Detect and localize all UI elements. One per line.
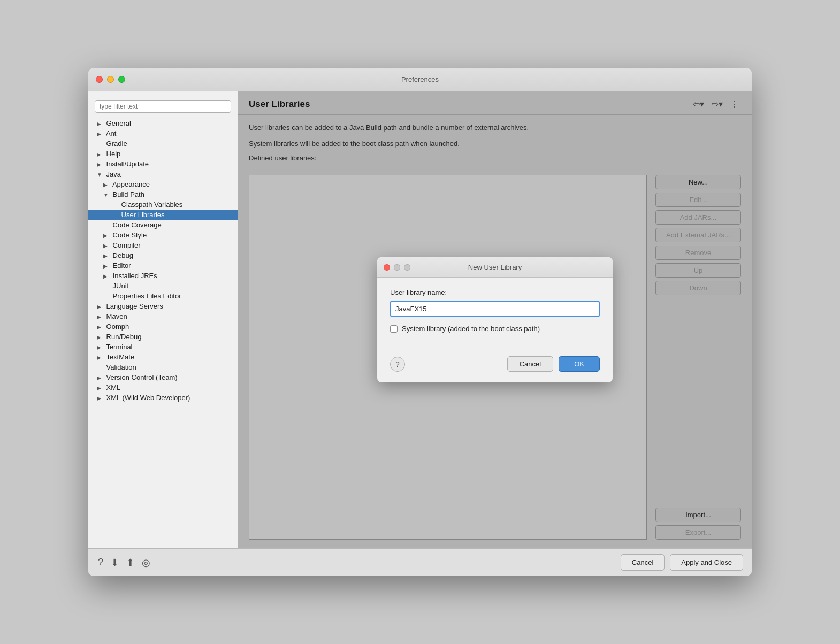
sidebar-item-properties-files-editor[interactable]: Properties Files Editor <box>88 291 238 301</box>
preferences-window: Preferences ▶ General ▶ Ant Gradle <box>88 68 752 576</box>
titlebar: Preferences <box>88 68 752 91</box>
sidebar-item-textmate[interactable]: ▶ TextMate <box>88 352 238 362</box>
arrow-icon: ▶ <box>97 344 104 350</box>
sidebar-item-editor[interactable]: ▶ Editor <box>88 260 238 271</box>
sidebar-item-validation[interactable]: Validation <box>88 362 238 372</box>
tree-container: ▶ General ▶ Ant Gradle ▶ Help ▶ Install/… <box>88 118 238 543</box>
sidebar-item-version-control[interactable]: ▶ Version Control (Team) <box>88 372 238 382</box>
arrow-icon: ▶ <box>97 385 104 391</box>
search-box <box>95 100 231 113</box>
titlebar-buttons <box>96 76 125 83</box>
arrow-icon: ▶ <box>97 395 104 401</box>
arrow-icon <box>97 365 104 371</box>
arrow-icon: ▶ <box>97 375 104 381</box>
arrow-icon: ▼ <box>97 172 104 178</box>
modal-title: New User Library <box>468 263 522 271</box>
sidebar-item-debug[interactable]: ▶ Debug <box>88 250 238 260</box>
maximize-button[interactable] <box>118 76 125 83</box>
sidebar-item-language-servers[interactable]: ▶ Language Servers <box>88 301 238 311</box>
modal-titlebar-buttons <box>384 264 410 271</box>
footer-right: Cancel Apply and Close <box>621 554 743 571</box>
window-body: ▶ General ▶ Ant Gradle ▶ Help ▶ Install/… <box>88 91 752 576</box>
import-preferences-button[interactable]: ⬇ <box>110 556 120 570</box>
minimize-button[interactable] <box>107 76 114 83</box>
import-icon: ⬇ <box>111 557 119 568</box>
arrow-icon <box>103 294 111 300</box>
modal-minimize-button[interactable] <box>394 264 400 271</box>
arrow-icon: ▶ <box>103 253 111 259</box>
export-icon: ⬆ <box>126 557 134 568</box>
help-button[interactable]: ? <box>97 556 104 569</box>
modal-maximize-button[interactable] <box>404 264 410 271</box>
sidebar-item-xml-wild[interactable]: ▶ XML (Wild Web Developer) <box>88 393 238 403</box>
preferences-settings-button[interactable]: ◎ <box>141 556 151 570</box>
modal-body: User library name: System library (added… <box>377 278 613 356</box>
apply-and-close-button[interactable]: Apply and Close <box>670 554 743 571</box>
sidebar-item-install-update[interactable]: ▶ Install/Update <box>88 159 238 169</box>
sidebar-item-compiler[interactable]: ▶ Compiler <box>88 240 238 250</box>
modal-actions: Cancel OK <box>507 356 600 372</box>
main-content: ▶ General ▶ Ant Gradle ▶ Help ▶ Install/… <box>88 91 752 548</box>
help-icon: ? <box>395 360 400 369</box>
arrow-icon: ▶ <box>97 121 104 127</box>
sidebar-item-xml[interactable]: ▶ XML <box>88 382 238 393</box>
sidebar-item-user-libraries[interactable]: User Libraries <box>88 210 238 220</box>
system-library-checkbox[interactable] <box>390 325 398 333</box>
arrow-icon <box>103 283 111 289</box>
sidebar-item-maven[interactable]: ▶ Maven <box>88 311 238 321</box>
new-user-library-dialog: New User Library User library name: Syst… <box>377 257 613 382</box>
footer-left: ? ⬇ ⬆ ◎ <box>97 556 151 570</box>
window-title: Preferences <box>401 75 439 83</box>
cancel-button[interactable]: Cancel <box>621 554 665 571</box>
system-library-row: System library (added to the boot class … <box>390 325 600 333</box>
modal-cancel-button[interactable]: Cancel <box>507 356 553 372</box>
sidebar-item-terminal[interactable]: ▶ Terminal <box>88 342 238 352</box>
modal-help-button[interactable]: ? <box>390 357 405 372</box>
arrow-icon <box>112 202 119 208</box>
sidebar-item-code-style[interactable]: ▶ Code Style <box>88 230 238 240</box>
arrow-icon <box>97 141 104 147</box>
sidebar-item-help[interactable]: ▶ Help <box>88 149 238 159</box>
arrow-icon: ▶ <box>103 233 111 239</box>
modal-ok-button[interactable]: OK <box>559 356 600 372</box>
arrow-icon: ▶ <box>103 273 111 279</box>
sidebar-item-appearance[interactable]: ▶ Appearance <box>88 179 238 189</box>
modal-titlebar: New User Library <box>377 257 613 278</box>
modal-close-button[interactable] <box>384 264 390 271</box>
arrow-icon: ▶ <box>97 314 104 320</box>
right-panel: User Libraries ⇦▾ ⇨▾ ⋮ User libraries ca… <box>238 91 752 548</box>
modal-footer: ? Cancel OK <box>377 356 613 382</box>
arrow-icon: ▶ <box>97 131 104 137</box>
arrow-icon <box>112 212 119 218</box>
modal-overlay: New User Library User library name: Syst… <box>238 91 752 548</box>
sidebar-item-code-coverage[interactable]: Code Coverage <box>88 220 238 230</box>
arrow-icon: ▶ <box>103 243 111 249</box>
arrow-icon <box>103 223 111 228</box>
sidebar-item-classpath-variables[interactable]: Classpath Variables <box>88 200 238 210</box>
search-input[interactable] <box>95 100 231 113</box>
library-name-input[interactable] <box>390 301 600 317</box>
sidebar-item-installed-jres[interactable]: ▶ Installed JREs <box>88 271 238 281</box>
sidebar-item-general[interactable]: ▶ General <box>88 118 238 128</box>
arrow-icon: ▼ <box>103 192 111 198</box>
window-footer: ? ⬇ ⬆ ◎ Cancel Apply and Close <box>88 548 752 576</box>
arrow-icon: ▶ <box>103 182 111 188</box>
system-library-label: System library (added to the boot class … <box>402 325 540 333</box>
close-button[interactable] <box>96 76 103 83</box>
sidebar: ▶ General ▶ Ant Gradle ▶ Help ▶ Install/… <box>88 91 238 548</box>
arrow-icon: ▶ <box>97 162 104 167</box>
sidebar-item-build-path[interactable]: ▼ Build Path <box>88 189 238 200</box>
arrow-icon: ▶ <box>97 334 104 340</box>
sidebar-item-ant[interactable]: ▶ Ant <box>88 128 238 139</box>
export-preferences-button[interactable]: ⬆ <box>125 556 135 570</box>
settings-icon: ◎ <box>142 557 150 568</box>
sidebar-item-java[interactable]: ▼ Java <box>88 169 238 179</box>
sidebar-item-junit[interactable]: JUnit <box>88 281 238 291</box>
sidebar-item-oomph[interactable]: ▶ Oomph <box>88 321 238 332</box>
sidebar-item-gradle[interactable]: Gradle <box>88 139 238 149</box>
help-circle-icon: ? <box>98 557 103 568</box>
arrow-icon: ▶ <box>97 151 104 157</box>
sidebar-item-run-debug[interactable]: ▶ Run/Debug <box>88 332 238 342</box>
modal-input-label: User library name: <box>390 288 600 296</box>
arrow-icon: ▶ <box>97 304 104 310</box>
